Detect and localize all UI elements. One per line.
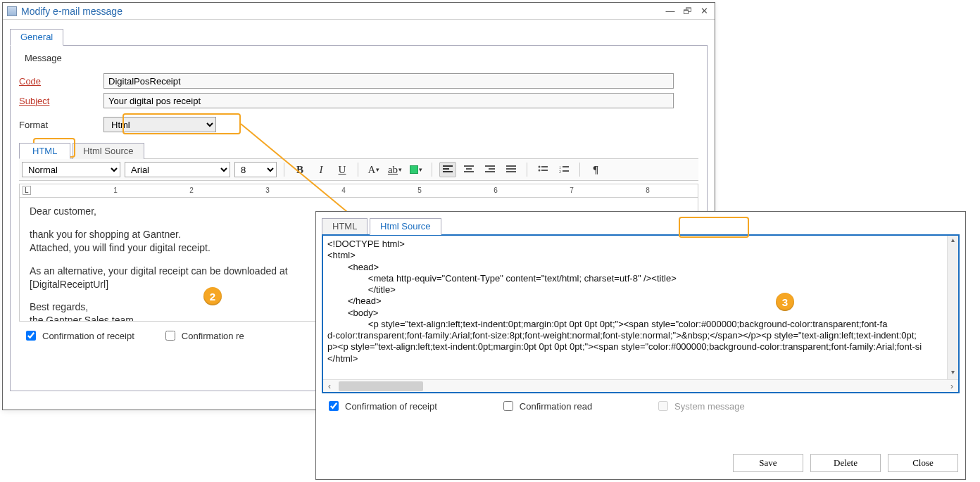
tab-html[interactable]: HTML (19, 143, 70, 159)
close-window-button[interactable]: ✕ (698, 3, 710, 20)
system-message-checkbox: System message (655, 399, 745, 413)
ruler-unit-icon: L (23, 186, 31, 195)
align-left-button[interactable] (439, 162, 456, 177)
src-line: <meta http-equiv="Content-Type" content=… (327, 273, 954, 284)
tab-html-2[interactable]: HTML (322, 218, 367, 234)
scroll-thumb[interactable] (339, 381, 423, 391)
ruler-number: 2 (189, 186, 194, 194)
scroll-right-icon[interactable]: › (946, 380, 958, 393)
svg-text:2: 2 (559, 170, 561, 174)
ruler-number: 6 (494, 186, 498, 194)
ruler: L 12345678 (19, 184, 698, 198)
html-source-panel: HTML Html Source <!DOCTYPE html> <html> … (315, 211, 966, 480)
annotation-badge-3: 3 (776, 293, 794, 311)
src-line: <p style="text-align:left;text-indent:0p… (327, 319, 954, 330)
ruler-number: 8 (646, 186, 650, 194)
ruler-number: 5 (417, 186, 422, 194)
ruler-number: 1 (113, 186, 118, 194)
underline-button[interactable]: U (334, 162, 351, 177)
app-icon (7, 6, 17, 16)
format-label: Format (19, 120, 103, 130)
format-select[interactable]: Html (103, 117, 216, 132)
delete-button[interactable]: Delete (810, 454, 881, 472)
tab-general[interactable]: General (10, 29, 63, 46)
bullet-list-button[interactable] (534, 162, 551, 177)
background-color-button[interactable]: ▾ (408, 162, 425, 177)
src-line: <body> (327, 307, 954, 319)
tab-html-source[interactable]: Html Source (73, 143, 144, 159)
confirmation-read-input-partial[interactable] (165, 331, 175, 341)
font-color-button[interactable]: A▾ (365, 162, 382, 177)
window-title: Modify e-mail message (21, 3, 122, 20)
system-message-input (658, 401, 668, 411)
ruler-number: 3 (265, 186, 270, 194)
paragraph-marks-button[interactable]: ¶ (587, 162, 604, 177)
font-size-select[interactable]: 8 (234, 162, 277, 177)
align-right-button[interactable] (482, 162, 498, 177)
tab-html-source-2[interactable]: Html Source (370, 218, 441, 235)
editor-toolbar: Normal Arial 8 B I U A▾ ab▾ ▾ (19, 158, 698, 181)
src-line: <head> (327, 262, 954, 273)
highlight-color-button[interactable]: ab▾ (387, 162, 403, 177)
maximize-button[interactable]: 🗗 (681, 3, 693, 20)
align-center-button[interactable] (460, 162, 477, 177)
align-justify-button[interactable] (503, 162, 520, 177)
src-line: p><p style="text-align:left;text-indent:… (327, 341, 954, 353)
top-tabs: General (10, 28, 708, 45)
src-line: </html> (327, 353, 954, 364)
confirmation-receipt-input-2[interactable] (329, 401, 339, 411)
confirmation-receipt-checkbox-2[interactable]: Confirmation of receipt (326, 399, 437, 413)
code-input[interactable] (103, 73, 674, 89)
italic-button[interactable]: I (313, 162, 329, 177)
confirmation-read-checkbox-2[interactable]: Confirmation read (501, 399, 592, 413)
svg-point-1 (539, 170, 541, 172)
scroll-down-icon[interactable]: ▾ (948, 368, 958, 379)
close-button[interactable]: Close (888, 454, 958, 472)
dialog-button-bar: Save Delete Close (733, 454, 958, 472)
confirmation-read-checkbox-partial[interactable]: Confirmation re (163, 329, 259, 343)
scroll-up-icon[interactable]: ▴ (948, 236, 958, 247)
vertical-scrollbar[interactable]: ▴ ▾ (947, 236, 958, 379)
svg-point-0 (539, 166, 541, 168)
src-line: </head> (327, 296, 954, 307)
annotation-badge-2: 2 (203, 287, 222, 305)
options-row-panel2: Confirmation of receipt Confirmation rea… (316, 399, 965, 413)
title-bar: Modify e-mail message — 🗗 ✕ (3, 3, 715, 20)
ruler-number: 7 (570, 186, 574, 194)
confirmation-receipt-checkbox[interactable]: Confirmation of receipt (23, 329, 134, 343)
src-line: </title> (327, 284, 954, 296)
src-line: <html> (327, 250, 954, 261)
message-legend: Message (22, 53, 65, 63)
style-select[interactable]: Normal (22, 162, 120, 177)
save-button[interactable]: Save (733, 454, 803, 472)
subject-label[interactable]: Subject (19, 96, 103, 106)
src-line: d-color:transparent;font-family:Arial;fo… (327, 330, 954, 341)
confirmation-receipt-input[interactable] (26, 331, 36, 341)
subject-input[interactable] (103, 93, 674, 108)
scroll-left-icon[interactable]: ‹ (323, 380, 336, 393)
code-label[interactable]: Code (19, 76, 103, 87)
ruler-number: 4 (341, 186, 346, 194)
numbered-list-button[interactable]: 12 (555, 162, 572, 177)
html-source-textarea[interactable]: <!DOCTYPE html> <html> <head> <meta http… (322, 234, 960, 393)
bold-button[interactable]: B (291, 162, 308, 177)
confirmation-read-input-2[interactable] (503, 401, 513, 411)
font-select[interactable]: Arial (125, 162, 230, 177)
src-line: <!DOCTYPE html> (327, 239, 954, 250)
minimize-button[interactable]: — (664, 3, 677, 20)
horizontal-scrollbar[interactable]: ‹ › (323, 379, 958, 392)
